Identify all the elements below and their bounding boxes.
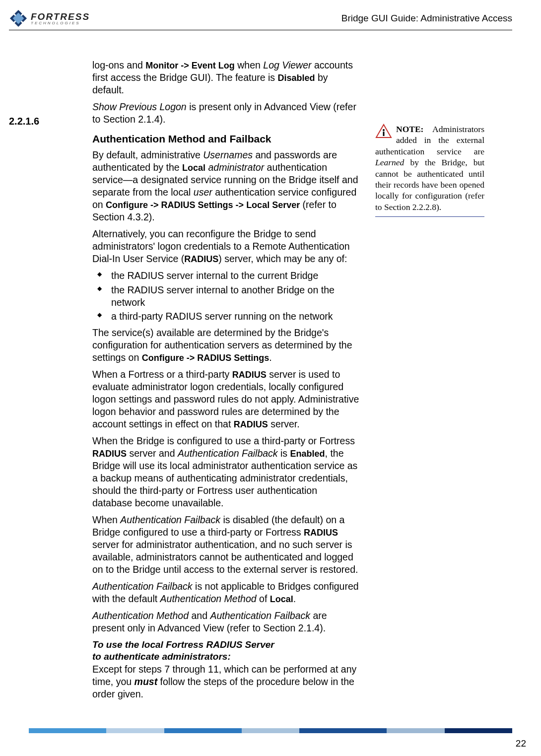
page-number: 22 [516,738,526,749]
svg-point-6 [383,129,385,131]
logo-sub-text: TECHNOLOGIES [31,21,90,25]
logo: FORTRESS TECHNOLOGIES [9,9,90,28]
list-item: a third-party RADIUS server running on t… [92,310,359,323]
left-column: 2.2.1.6 [9,59,92,127]
warning-info-icon [375,124,392,141]
list-item: the RADIUS server internal to another Br… [92,284,359,309]
body-para-2: Alternatively, you can reconfigure the B… [92,228,359,265]
body-para-3: The service(s) available are determined … [92,327,359,364]
fortress-logo-icon [9,9,28,28]
page-header: FORTRESS TECHNOLOGIES Bridge GUI Guide: … [9,9,512,30]
right-column: NOTE: Administrators added in the extern… [375,59,484,217]
section-heading: Authentication Method and Failback [92,133,359,146]
footer-bar [29,728,512,733]
svg-rect-7 [383,132,385,136]
note-label: NOTE: [396,124,423,134]
body-para-1: By default, administrative Usernames and… [92,149,359,223]
bullet-list: the RADIUS server internal to the curren… [92,270,359,323]
body-para-5: When the Bridge is configured to use a t… [92,435,359,509]
intro-para-2: Show Previous Logon is present only in A… [92,101,359,126]
logo-main-text: FORTRESS [31,12,90,21]
content: 2.2.1.6 log-ons and Monitor -> Event Log… [9,59,512,705]
intro-para-1: log-ons and Monitor -> Event Log when Lo… [92,59,359,96]
guide-title: Bridge GUI Guide: Administrative Access [341,13,512,24]
list-item: the RADIUS server internal to the curren… [92,270,359,282]
main-column: log-ons and Monitor -> Event Log when Lo… [92,59,359,705]
note-box: NOTE: Administrators added in the extern… [375,124,484,217]
body-para-7: Authentication Failback is not applicabl… [92,580,359,605]
logo-text: FORTRESS TECHNOLOGIES [31,12,90,25]
body-para-4: When a Fortress or a third-party RADIUS … [92,368,359,430]
page: FORTRESS TECHNOLOGIES Bridge GUI Guide: … [0,0,541,756]
procedure-heading: To use the local Fortress RADIUS Server … [92,639,359,663]
body-para-8: Authentication Method and Authentication… [92,610,359,634]
svg-marker-4 [13,13,24,24]
body-para-9: Except for steps 7 through 11, which can… [92,663,359,700]
body-para-6: When Authentication Failback is disabled… [92,514,359,576]
section-number: 2.2.1.6 [9,116,87,127]
